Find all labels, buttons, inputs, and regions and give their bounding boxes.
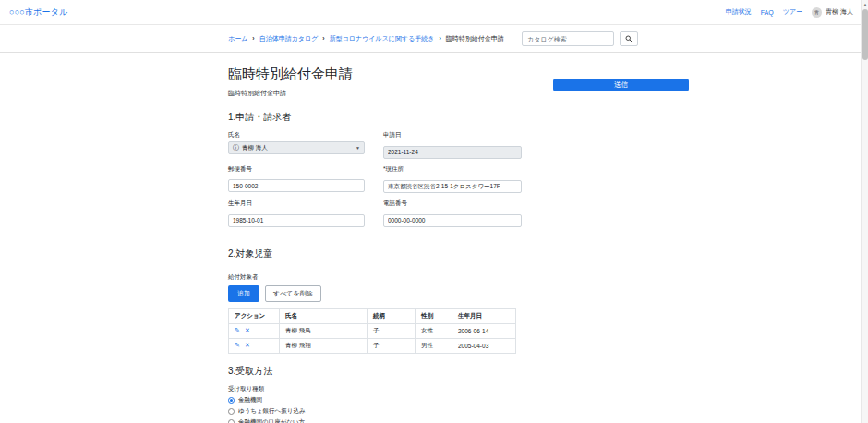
avatar: 青 (812, 7, 822, 18)
table-row: ✎ ✕ 青柳 飛翔 子 男性 2005-04-03 (229, 338, 516, 353)
submit-button[interactable]: 送信 (553, 79, 689, 91)
birth-date-label: 生年月日 (228, 199, 365, 208)
cell-gender: 女性 (416, 323, 452, 338)
main-content: 臨時特別給付金申請 臨時特別給付金申請 1.申請・請求者 氏名 ⓘ 青柳 海人 … (0, 53, 717, 423)
receipt-option-bank[interactable]: 金融機関 (228, 396, 533, 405)
table-row: ✎ ✕ 青柳 飛鳥 子 女性 2006-06-14 (229, 323, 516, 338)
name-label: 氏名 (228, 131, 365, 139)
field-phone: 電話番号 (383, 199, 522, 227)
recipients-label: 給付対象者 (228, 273, 533, 282)
breadcrumb-home[interactable]: ホーム (228, 34, 247, 43)
breadcrumb-covid-procedures[interactable]: 新型コロナウイルスに関する手続き (318, 34, 434, 43)
receipt-option-yucho[interactable]: ゆうちょ銀行へ振り込み (228, 407, 533, 416)
radio-icon[interactable] (228, 408, 235, 415)
cell-relation: 子 (368, 323, 416, 338)
user-menu[interactable]: 青 青柳 海人 (812, 7, 853, 18)
section2-heading: 2.対象児童 (228, 248, 533, 260)
cell-birthday: 2005-04-03 (452, 338, 516, 353)
row-actions: ✎ ✕ (235, 342, 273, 349)
header-birthday: 生年月日 (452, 308, 516, 323)
info-icon: ⓘ (233, 143, 239, 152)
field-application-date: 申請日 (383, 131, 522, 159)
nav-application-status[interactable]: 申請状況 (726, 7, 752, 17)
radio-icon[interactable] (228, 419, 235, 423)
edit-icon[interactable]: ✎ (235, 327, 240, 334)
cell-name: 青柳 飛翔 (280, 338, 368, 353)
radio-icon[interactable] (228, 397, 235, 404)
search-icon (625, 35, 633, 42)
scroll-up-icon[interactable]: ▲ (862, 0, 868, 8)
add-child-button[interactable]: 追加 (228, 285, 259, 302)
address-input[interactable] (383, 180, 522, 193)
receipt-type-label: 受け取り種類 (228, 385, 533, 393)
header-gender: 性別 (416, 308, 452, 323)
section3-heading: 3.受取方法 (228, 365, 533, 378)
field-address: *現住所 (383, 165, 522, 194)
header-nav: 申請状況 FAQ ツアー 青 青柳 海人 (726, 7, 853, 18)
header-name: 氏名 (280, 308, 368, 323)
section1-heading: 1.申請・請求者 (228, 111, 533, 124)
scrollbar-thumb[interactable] (862, 9, 868, 60)
cell-gender: 男性 (416, 338, 452, 353)
phone-input[interactable] (383, 214, 522, 227)
address-label: *現住所 (383, 165, 522, 174)
cell-name: 青柳 飛鳥 (280, 323, 368, 338)
postal-code-input[interactable] (228, 179, 365, 192)
receipt-option-no-account[interactable]: 金融機関の口座がない方 (228, 418, 533, 423)
submit-panel: 送信 (553, 53, 717, 423)
receipt-option-label: ゆうちょ銀行へ振り込み (238, 407, 306, 416)
delete-all-button[interactable]: すべてを削除 (265, 285, 321, 302)
name-value: 青柳 海人 (242, 144, 268, 152)
postal-code-label: 郵便番号 (228, 165, 365, 174)
cell-relation: 子 (368, 338, 416, 353)
name-select[interactable]: ⓘ 青柳 海人 ▼ (228, 141, 365, 154)
breadcrumb: ホーム 自治体申請カタログ 新型コロナウイルスに関する手続き 臨時特別給付金申請 (228, 34, 504, 43)
search-button[interactable] (620, 31, 638, 46)
chevron-down-icon: ▼ (356, 145, 360, 151)
birth-date-input[interactable] (228, 214, 365, 227)
catalog-search (522, 31, 638, 46)
application-form: 臨時特別給付金申請 臨時特別給付金申請 1.申請・請求者 氏名 ⓘ 青柳 海人 … (228, 53, 533, 423)
receipt-option-label: 金融機関の口座がない方 (238, 418, 305, 423)
page-subtitle: 臨時特別給付金申請 (228, 89, 533, 98)
receipt-option-label: 金融機関 (238, 396, 262, 405)
search-input[interactable] (522, 31, 614, 46)
edit-icon[interactable]: ✎ (235, 342, 240, 349)
breadcrumb-current: 臨時特別給付金申請 (434, 34, 503, 43)
breadcrumb-catalog[interactable]: 自治体申請カタログ (247, 34, 318, 43)
table-header-row: アクション 氏名 続柄 性別 生年月日 (229, 308, 516, 323)
breadcrumb-bar: ホーム 自治体申請カタログ 新型コロナウイルスに関する手続き 臨時特別給付金申請 (0, 25, 868, 53)
scrollbar[interactable]: ▲ (861, 0, 868, 423)
nav-tour[interactable]: ツアー (783, 7, 802, 17)
top-header: ○○○市ポータル 申請状況 FAQ ツアー 青 青柳 海人 (0, 0, 868, 25)
section1-fields: 氏名 ⓘ 青柳 海人 ▼ 申請日 郵便番号 *現住所 生年月日 (228, 131, 533, 227)
field-postal-code: 郵便番号 (228, 165, 365, 194)
portal-logo[interactable]: ○○○市ポータル (9, 6, 68, 18)
cell-birthday: 2006-06-14 (452, 323, 516, 338)
field-birth-date: 生年月日 (228, 199, 365, 227)
header-action: アクション (229, 308, 280, 323)
delete-icon[interactable]: ✕ (245, 342, 250, 349)
children-table: アクション 氏名 続柄 性別 生年月日 ✎ ✕ 青柳 飛鳥 子 (228, 308, 516, 354)
header-relation: 続柄 (368, 308, 416, 323)
table-actions: 追加 すべてを削除 (228, 285, 533, 302)
delete-icon[interactable]: ✕ (245, 327, 250, 334)
nav-faq[interactable]: FAQ (761, 9, 774, 16)
page-title: 臨時特別給付金申請 (228, 66, 533, 83)
application-date-label: 申請日 (383, 131, 522, 139)
field-name: 氏名 ⓘ 青柳 海人 ▼ (228, 131, 365, 159)
application-date-input[interactable] (383, 146, 522, 159)
phone-label: 電話番号 (383, 199, 522, 208)
user-name: 青柳 海人 (826, 7, 853, 17)
row-actions: ✎ ✕ (235, 327, 273, 334)
